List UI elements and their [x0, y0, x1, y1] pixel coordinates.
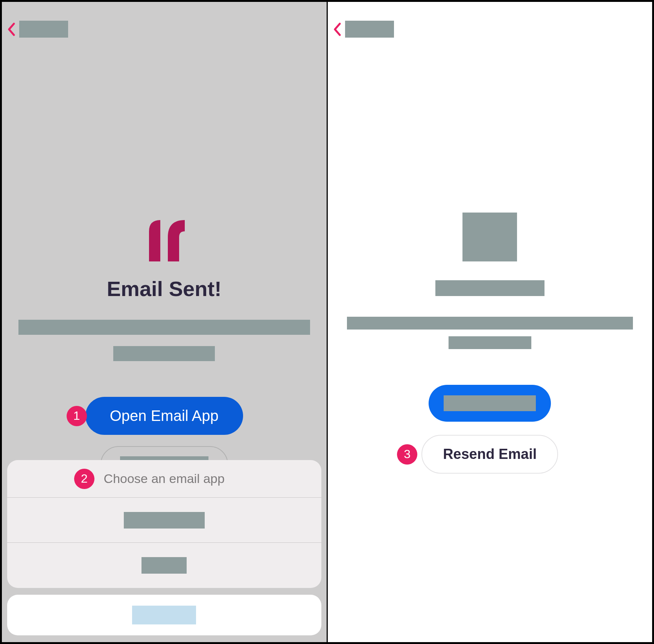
open-email-row: 1 Open Email App	[85, 397, 243, 435]
action-sheet-option-1[interactable]	[7, 498, 321, 543]
back-navigation[interactable]	[7, 21, 68, 38]
option-1-label-redacted	[124, 512, 205, 529]
left-content: Email Sent! 1 Open Email App	[2, 213, 327, 482]
app-logo-redacted	[462, 213, 517, 261]
back-label-redacted	[19, 21, 68, 38]
primary-button[interactable]	[429, 385, 551, 422]
right-content: 3 Resend Email	[328, 213, 652, 474]
description-line-1-redacted	[18, 320, 310, 335]
back-chevron-icon	[7, 23, 15, 36]
action-sheet-cancel[interactable]	[7, 595, 321, 635]
resend-email-button[interactable]: Resend Email	[421, 435, 558, 474]
back-label-redacted	[345, 21, 394, 38]
primary-button-label-redacted	[444, 395, 536, 411]
action-sheet: 2 Choose an email app	[7, 460, 321, 588]
app-logo-icon	[136, 213, 192, 261]
open-email-button[interactable]: Open Email App	[85, 397, 243, 435]
callout-badge-1: 1	[67, 406, 87, 426]
callout-badge-3: 3	[397, 444, 417, 465]
dual-screenshot-frame: Email Sent! 1 Open Email App 2 Choose an…	[0, 0, 654, 644]
left-pane: Email Sent! 1 Open Email App 2 Choose an…	[2, 2, 327, 642]
cancel-label-redacted	[132, 606, 196, 624]
option-2-label-redacted	[141, 557, 187, 574]
action-sheet-title: Choose an email app	[104, 471, 225, 486]
back-chevron-icon	[333, 23, 341, 36]
description-line-2-redacted	[113, 346, 215, 361]
action-sheet-container: 2 Choose an email app	[7, 460, 321, 635]
right-pane: 3 Resend Email	[328, 2, 652, 642]
resend-row: 3 Resend Email	[421, 435, 558, 474]
description-line-2-redacted	[449, 336, 531, 349]
description-line-1-redacted	[347, 317, 633, 330]
title-redacted	[435, 280, 544, 296]
back-navigation[interactable]	[333, 21, 394, 38]
action-sheet-header: 2 Choose an email app	[7, 460, 321, 498]
action-sheet-option-2[interactable]	[7, 543, 321, 588]
callout-badge-2: 2	[74, 469, 94, 489]
page-title: Email Sent!	[107, 276, 222, 301]
